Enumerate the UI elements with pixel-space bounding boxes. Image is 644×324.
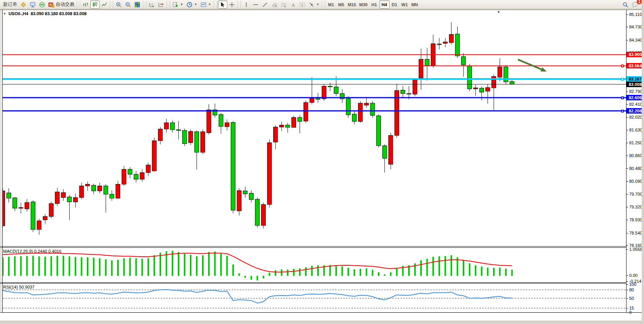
candle-up[interactable]	[486, 88, 490, 91]
pane-splitter[interactable]	[0, 247, 626, 248]
line-drag-knob[interactable]	[621, 96, 624, 99]
candle-down[interactable]	[231, 123, 235, 210]
candle-up[interactable]	[79, 186, 84, 198]
candle-down[interactable]	[467, 66, 472, 89]
candle-up[interactable]	[207, 110, 211, 133]
candle-up[interactable]	[437, 44, 441, 45]
price-pane[interactable]	[3, 10, 626, 247]
autoscroll-button[interactable]	[147, 0, 156, 9]
candle-up[interactable]	[98, 186, 102, 191]
shapes-tool-button[interactable]: ▼	[307, 0, 321, 9]
candle-down[interactable]	[352, 114, 356, 121]
text-label-tool-button[interactable]: T	[298, 0, 307, 9]
candle-down[interactable]	[328, 86, 332, 87]
line-chart-mode-button[interactable]	[100, 0, 109, 9]
channel-tool-button[interactable]: E	[270, 0, 279, 9]
timeframe-button-w1[interactable]: W1	[400, 0, 410, 9]
timeframe-button-h1[interactable]: H1	[369, 0, 379, 9]
candle-down[interactable]	[334, 87, 338, 93]
candle-up[interactable]	[358, 103, 363, 121]
chart-shift-button[interactable]	[156, 0, 166, 9]
candle-down[interactable]	[91, 185, 96, 191]
trendline-tool-button[interactable]	[260, 0, 270, 9]
candle-down[interactable]	[401, 90, 405, 94]
candle-down[interactable]	[425, 59, 429, 65]
candle-down[interactable]	[67, 197, 72, 202]
candle-up[interactable]	[364, 103, 369, 105]
line-drag-knob[interactable]	[621, 110, 624, 112]
line-drag-knob[interactable]	[621, 78, 624, 81]
candle-down[interactable]	[286, 125, 290, 128]
candle-up[interactable]	[25, 203, 29, 209]
bar-chart-mode-button[interactable]	[81, 0, 90, 9]
timeframe-button-m15[interactable]: M15	[346, 0, 358, 9]
chart-window[interactable]: ▼ USOil-,H4 83.090 83.180 83.008 83.008 …	[0, 10, 644, 320]
line-drag-knob[interactable]	[621, 65, 624, 67]
candle-up[interactable]	[188, 131, 193, 143]
timeframe-button-m30[interactable]: M30	[358, 0, 369, 9]
candle-down[interactable]	[104, 186, 108, 194]
timeframe-button-d1[interactable]: D1	[390, 0, 400, 9]
candle-down[interactable]	[110, 194, 114, 198]
candle-up[interactable]	[498, 67, 502, 77]
candle-up[interactable]	[291, 117, 296, 128]
templates-button[interactable]: ▼	[199, 0, 213, 9]
candle-down[interactable]	[346, 98, 351, 115]
candle-down[interactable]	[462, 57, 466, 65]
horizontal-line-tool-button[interactable]	[251, 0, 260, 9]
candle-up[interactable]	[419, 59, 423, 78]
candle-down[interactable]	[219, 114, 223, 126]
candlestick-mode-button[interactable]	[90, 0, 100, 9]
candle-down[interactable]	[7, 193, 11, 198]
candle-up[interactable]	[389, 135, 393, 164]
candle-up[interactable]	[201, 132, 205, 152]
timeframe-button-mn[interactable]: MN	[410, 0, 420, 9]
tile-windows-button[interactable]	[133, 0, 142, 9]
candle-up[interactable]	[267, 143, 272, 205]
fibonacci-tool-button[interactable]: F	[279, 0, 288, 9]
candle-up[interactable]	[158, 129, 163, 141]
search-button[interactable]	[621, 0, 630, 9]
rsi-pane[interactable]	[3, 284, 626, 312]
periods-button[interactable]: ▼	[185, 0, 199, 9]
candle-down[interactable]	[370, 103, 375, 116]
candle-up[interactable]	[86, 184, 90, 186]
pane-splitter[interactable]	[0, 283, 626, 284]
candle-up[interactable]	[310, 98, 314, 102]
candle-up[interactable]	[449, 34, 453, 42]
candle-down[interactable]	[376, 116, 381, 146]
candle-up[interactable]	[443, 42, 447, 43]
candle-up[interactable]	[474, 88, 478, 89]
candle-up[interactable]	[164, 123, 168, 129]
candle-up[interactable]	[146, 165, 150, 173]
terminal-button[interactable]	[28, 0, 37, 9]
candle-down[interactable]	[316, 98, 320, 99]
zoom-out-button[interactable]	[123, 0, 133, 9]
candle-up[interactable]	[237, 191, 241, 211]
candle-down[interactable]	[182, 130, 187, 144]
autotrade-button[interactable]: 自动交易	[47, 0, 76, 9]
trend-arrow-annotation[interactable]	[518, 60, 541, 69]
candle-up[interactable]	[304, 102, 308, 121]
candle-down[interactable]	[134, 174, 138, 179]
candle-up[interactable]	[37, 221, 41, 229]
zoom-in-button[interactable]	[114, 0, 123, 9]
candle-down[interactable]	[407, 93, 411, 94]
candle-up[interactable]	[413, 79, 417, 94]
candle-up[interactable]	[261, 205, 265, 226]
new-order-button[interactable]: 新订单	[2, 0, 19, 9]
candle-down[interactable]	[479, 88, 484, 92]
candle-up[interactable]	[116, 184, 120, 198]
candle-up[interactable]	[140, 173, 144, 179]
cursor-tool-button[interactable]	[218, 0, 227, 9]
crosshair-tool-button[interactable]	[227, 0, 237, 9]
candle-down[interactable]	[510, 82, 514, 84]
candle-up[interactable]	[322, 86, 326, 99]
candle-down[interactable]	[176, 130, 181, 131]
candle-down[interactable]	[455, 34, 460, 56]
candle-down[interactable]	[298, 117, 302, 121]
candle-down[interactable]	[249, 193, 253, 200]
candle-down[interactable]	[383, 146, 387, 158]
candle-up[interactable]	[152, 141, 156, 171]
candle-down[interactable]	[195, 132, 199, 152]
